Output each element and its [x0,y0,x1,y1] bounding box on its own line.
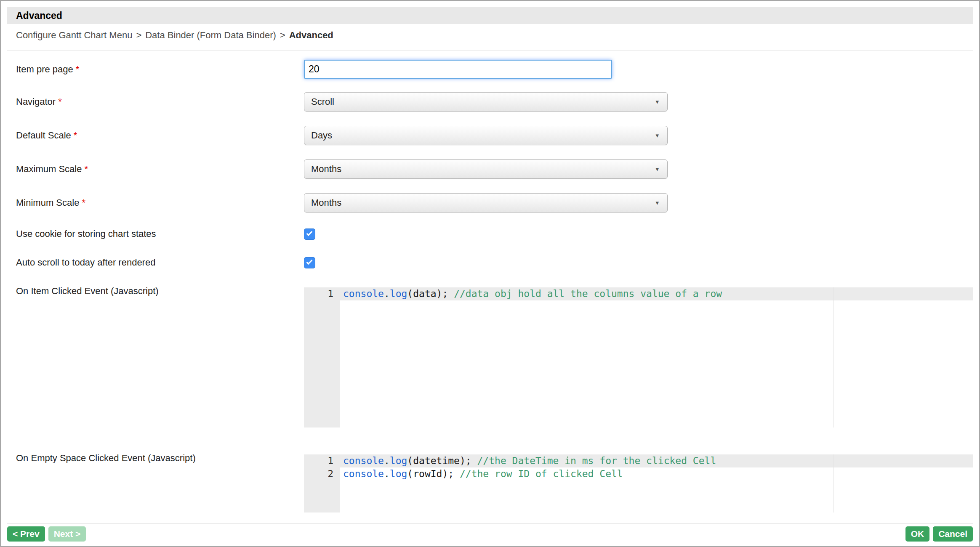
cancel-button[interactable]: Cancel [933,526,973,542]
use-cookie-row: Use cookie for storing chart states [16,228,973,240]
on-item-clicked-row: On Item Clicked Event (Javascript) 1 con… [16,287,973,428]
use-cookie-checkbox[interactable] [304,228,315,240]
code-token-plain: . [384,455,390,466]
chevron-down-icon: ▾ [655,165,659,173]
code-token-plain: (datetime); [407,455,477,466]
maximum-scale-label: Maximum Scale [16,164,82,174]
window-titlebar: Advanced [7,7,973,24]
required-asterisk: * [82,197,85,208]
code-token-ident: log [390,288,407,299]
code-token-ident: log [390,468,407,479]
code-token-comment: //the DateTime in ms for the clicked Cel… [477,455,716,466]
column-ruler [833,287,834,428]
code-token-ident: console [343,288,384,299]
navigator-select[interactable]: Scroll ▾ [304,92,668,112]
field-label: Minimum Scale* [16,197,304,208]
on-empty-space-clicked-label: On Empty Space Clicked Event (Javascript… [16,453,304,464]
required-asterisk: * [74,130,77,141]
chevron-down-icon: ▾ [655,199,659,207]
ok-button[interactable]: OK [905,526,930,542]
use-cookie-label: Use cookie for storing chart states [16,228,304,239]
code-line[interactable]: console.log(rowId); //the row ID of clic… [340,467,973,481]
chevron-down-icon: ▾ [655,132,659,139]
minimum-scale-select-value: Months [311,197,341,208]
maximum-scale-select-value: Months [311,164,341,175]
code-line[interactable]: console.log(datetime); //the DateTime in… [340,454,973,467]
auto-scroll-checkbox[interactable] [304,257,315,268]
code-token-plain: (rowId); [407,468,460,479]
code-content[interactable]: console.log(datetime); //the DateTime in… [340,454,973,512]
field-label: Default Scale* [16,130,304,141]
code-token-comment: //data obj hold all the columns value of… [454,288,722,299]
checkmark-icon [306,258,313,265]
auto-scroll-label: Auto scroll to today after rendered [16,257,304,268]
navigator-select-value: Scroll [311,96,334,107]
on-empty-space-clicked-row: On Empty Space Clicked Event (Javascript… [16,454,973,512]
field-label: Item pre page* [16,64,304,75]
footer-bar: < Prev Next > OK Cancel [7,523,973,542]
breadcrumb-item-current: Advanced [289,30,333,40]
item-per-page-label: Item pre page [16,64,73,74]
dialog-action-buttons: OK Cancel [905,526,973,542]
code-token-plain: (data); [407,288,454,299]
code-token-ident: log [390,455,407,466]
breadcrumb-separator: > [136,30,141,40]
code-token-ident: console [343,468,384,479]
required-asterisk: * [84,164,88,174]
default-scale-select-value: Days [311,130,332,141]
field-label: Maximum Scale* [16,164,304,175]
breadcrumb-item-menu: Configure Gantt Chart Menu [16,30,132,40]
breadcrumb-item-data-binder: Data Binder (Form Data Binder) [145,30,276,40]
maximum-scale-row: Maximum Scale* Months ▾ [16,159,973,179]
required-asterisk: * [76,64,80,74]
code-token-comment: //the row ID of clicked Cell [460,468,623,479]
required-asterisk: * [58,96,62,107]
on-item-clicked-label: On Item Clicked Event (Javascript) [16,286,304,297]
on-empty-space-clicked-editor[interactable]: 12 console.log(datetime); //the DateTime… [304,454,973,512]
auto-scroll-row: Auto scroll to today after rendered [16,256,973,269]
wizard-nav-buttons: < Prev Next > [7,526,86,542]
item-per-page-input[interactable] [304,60,612,79]
default-scale-row: Default Scale* Days ▾ [16,126,973,145]
code-line[interactable]: console.log(data); //data obj hold all t… [340,287,973,300]
advanced-dialog: Advanced Configure Gantt Chart Menu>Data… [0,0,980,547]
default-scale-select[interactable]: Days ▾ [304,126,668,145]
item-per-page-row: Item pre page* [16,60,973,79]
window-title: Advanced [16,10,62,21]
code-token-ident: console [343,455,384,466]
next-button[interactable]: Next > [48,526,86,542]
on-item-clicked-editor[interactable]: 1 console.log(data); //data obj hold all… [304,287,973,428]
field-label: Navigator* [16,96,304,107]
default-scale-label: Default Scale [16,130,71,141]
code-gutter: 12 [304,454,340,512]
line-number: 1 [304,454,340,467]
line-number: 2 [304,467,340,481]
code-token-plain: . [384,468,390,479]
code-token-plain: . [384,288,390,299]
code-content[interactable]: console.log(data); //data obj hold all t… [340,287,973,428]
navigator-label: Navigator [16,96,56,107]
chevron-down-icon: ▾ [655,98,659,106]
navigator-row: Navigator* Scroll ▾ [16,92,973,112]
maximum-scale-select[interactable]: Months ▾ [304,159,668,179]
checkmark-icon [306,230,313,236]
minimum-scale-row: Minimum Scale* Months ▾ [16,193,973,212]
advanced-form: Item pre page* Navigator* Scroll ▾ Defau… [7,60,973,512]
minimum-scale-select[interactable]: Months ▾ [304,193,668,212]
line-number: 1 [304,287,340,300]
code-gutter: 1 [304,287,340,428]
column-ruler [833,454,834,512]
breadcrumb-separator: > [280,30,285,40]
breadcrumb: Configure Gantt Chart Menu>Data Binder (… [7,30,973,50]
prev-button[interactable]: < Prev [7,526,45,542]
minimum-scale-label: Minimum Scale [16,197,79,208]
